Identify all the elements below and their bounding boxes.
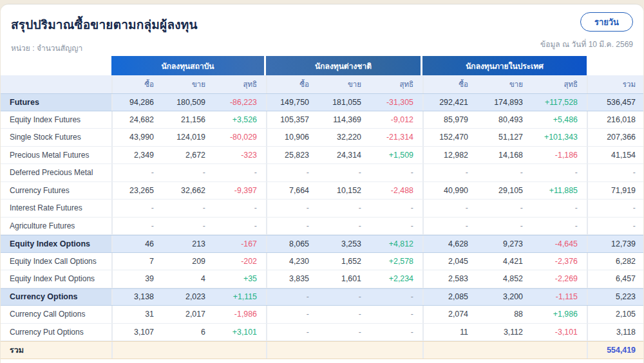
cell-domestic-sell: 4,852	[477, 270, 532, 288]
row-label: Equity Index Futures	[1, 111, 111, 129]
cell-row-total: 5,223	[587, 289, 644, 306]
table-row: Single Stock Futures 43,990 124,019 -80,…	[1, 129, 643, 147]
cell-inst-buy: 7	[111, 253, 163, 270]
table-row: Equity Index Call Options 7 209 -202 4,2…	[1, 253, 643, 271]
cell-domestic-net: -2,269	[532, 270, 587, 288]
cell-foreign-sell: -	[318, 306, 370, 323]
cell-inst-net	[214, 342, 266, 358]
cell-domestic-net: -1,115	[532, 289, 587, 306]
table-row: Agriculture Futures - - - - - - - - - -	[1, 218, 643, 236]
cell-domestic-sell	[477, 342, 532, 358]
col-header-domestic-net: สุทธิ	[532, 75, 587, 93]
cell-inst-sell: 2,023	[163, 289, 214, 306]
cell-inst-buy: 3,107	[111, 324, 163, 341]
cell-foreign-buy: -	[266, 164, 318, 182]
cell-foreign-buy: -	[266, 200, 318, 217]
cell-domestic-net: -3,101	[532, 324, 587, 341]
cell-domestic-sell: 3,200	[477, 289, 532, 306]
cell-foreign-buy: -	[266, 324, 318, 341]
cell-foreign-buy: 10,906	[266, 129, 318, 146]
cell-row-total: -	[587, 218, 644, 235]
cell-domestic-net: -1,186	[532, 147, 587, 164]
cell-domestic-net: +101,343	[532, 129, 587, 146]
group-institutional-investors: นักลงทุนสถาบัน	[111, 56, 266, 75]
cell-inst-sell: 2,672	[163, 147, 214, 164]
cell-domestic-sell: 88	[477, 306, 532, 323]
cell-foreign-net: +1,509	[370, 147, 422, 164]
cell-foreign-sell: -	[318, 200, 370, 217]
group-domestic-investors: นักลงทุนภายในประเทศ	[422, 56, 587, 75]
cell-row-total: 216,018	[587, 111, 644, 129]
cell-inst-buy: 2,349	[111, 147, 163, 164]
row-label: Equity Index Options	[1, 236, 111, 252]
row-label: Equity Index Put Options	[1, 270, 111, 288]
cell-foreign-sell: 1,601	[318, 270, 370, 288]
cell-foreign-buy: -	[266, 306, 318, 323]
daily-view-button[interactable]: รายวัน	[580, 12, 633, 32]
cell-domestic-net: -2,376	[532, 253, 587, 270]
cell-row-total: 554,419	[587, 342, 644, 358]
cell-domestic-net: -	[532, 218, 587, 235]
cell-inst-buy: 3,138	[111, 289, 163, 306]
cell-inst-sell: 209	[163, 253, 214, 270]
cell-foreign-sell	[318, 342, 370, 358]
cell-domestic-buy: -	[422, 218, 477, 235]
cell-inst-buy: 46	[111, 236, 163, 252]
cell-inst-net: -	[214, 164, 266, 182]
cell-domestic-net: +5,486	[532, 111, 587, 129]
cell-row-total: 41,154	[587, 147, 644, 164]
cell-inst-net: +3,101	[214, 324, 266, 341]
cell-inst-buy: 31	[111, 306, 163, 323]
row-label: Single Stock Futures	[1, 129, 111, 146]
table-row: Futures 94,286 180,509 -86,223 149,750 1…	[1, 93, 643, 111]
cell-domestic-sell: 174,893	[477, 94, 532, 111]
cell-domestic-buy: -	[422, 164, 477, 182]
cell-foreign-sell: 24,314	[318, 147, 370, 164]
cell-domestic-net: -	[532, 164, 587, 182]
col-header-foreign-sell: ขาย	[318, 75, 370, 93]
cell-foreign-net: +2,234	[370, 270, 422, 288]
cell-inst-sell	[163, 342, 214, 358]
row-label: Currency Futures	[1, 182, 111, 200]
row-label: Equity Index Call Options	[1, 253, 111, 270]
investor-summary-table: นักลงทุนสถาบัน นักลงทุนต่างชาติ นักลงทุน…	[1, 56, 643, 359]
table-row: รวม 554,419	[1, 341, 643, 359]
table-row: Deferred Precious Metal - - - - - - - - …	[1, 164, 643, 182]
cell-inst-sell: -	[163, 218, 214, 235]
cell-inst-net: -323	[214, 147, 266, 164]
cell-domestic-buy: 11	[422, 324, 477, 341]
cell-inst-sell: 213	[163, 236, 214, 252]
table-row: Equity Index Futures 24,682 21,156 +3,52…	[1, 111, 643, 129]
cell-inst-sell: 2,017	[163, 306, 214, 323]
cell-foreign-net: -	[370, 306, 422, 323]
cell-domestic-buy: 2,085	[422, 289, 477, 306]
cell-inst-buy	[111, 342, 163, 358]
cell-inst-buy: 24,682	[111, 111, 163, 129]
cell-foreign-net: -	[370, 164, 422, 182]
cell-inst-sell: 124,019	[163, 129, 214, 146]
table-body: Futures 94,286 180,509 -86,223 149,750 1…	[1, 93, 643, 359]
cell-inst-buy: -	[111, 164, 163, 182]
cell-row-total: -	[587, 200, 644, 217]
cell-foreign-sell: -	[318, 218, 370, 235]
cell-domestic-buy: 292,421	[422, 94, 477, 111]
row-label: Precious Metal Futures	[1, 147, 111, 164]
cell-domestic-sell: 4,421	[477, 253, 532, 270]
cell-domestic-sell: -	[477, 200, 532, 217]
cell-foreign-buy: 7,664	[266, 182, 318, 200]
cell-inst-sell: -	[163, 200, 214, 217]
cell-inst-sell: 21,156	[163, 111, 214, 129]
cell-inst-buy: -	[111, 200, 163, 217]
col-header-inst-net: สุทธิ	[214, 75, 266, 93]
col-header-foreign-net: สุทธิ	[370, 75, 422, 93]
cell-foreign-net: -	[370, 200, 422, 217]
cell-inst-net: -202	[214, 253, 266, 270]
cell-inst-buy: 23,265	[111, 182, 163, 200]
column-subheader-row: ซื้อ ขาย สุทธิ ซื้อ ขาย สุทธิ ซื้อ ขาย ส…	[1, 75, 643, 93]
col-header-total: รวม	[587, 75, 644, 93]
row-label: รวม	[1, 342, 111, 358]
cell-foreign-sell: -	[318, 164, 370, 182]
cell-row-total: 536,457	[587, 94, 644, 111]
cell-domestic-net: +11,885	[532, 182, 587, 200]
row-label: Futures	[1, 94, 111, 111]
